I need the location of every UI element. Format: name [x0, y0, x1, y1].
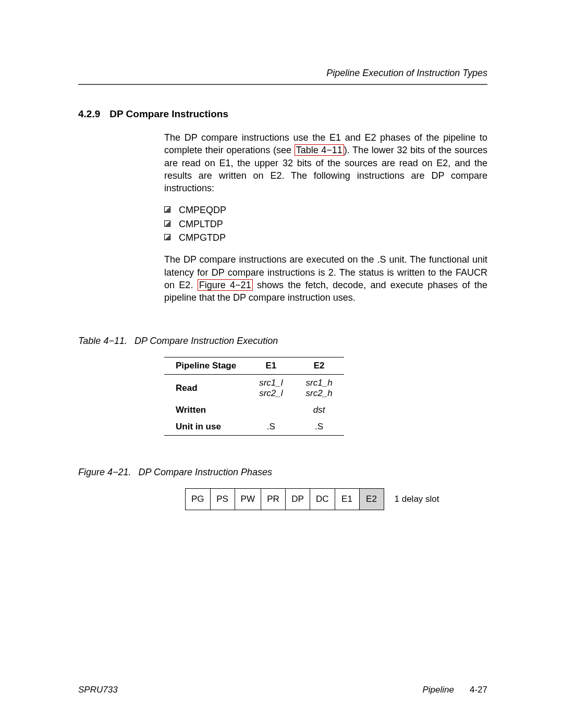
phase-cell: PW — [235, 488, 261, 510]
exec-table: Pipeline Stage E1 E2 Read src1_lsrc2_l s… — [164, 357, 344, 436]
phase-cell: DC — [310, 488, 335, 510]
table-header: E1 — [248, 357, 294, 374]
list-item: CMPGTDP — [164, 231, 487, 244]
table-cell: dst — [295, 402, 344, 418]
table-row: Written dst — [164, 402, 344, 418]
paragraph-2: The DP compare instructions are executed… — [164, 253, 487, 304]
phase-cell: DP — [285, 488, 310, 510]
table-caption: Table 4−11.DP Compare Instruction Execut… — [78, 336, 487, 347]
section-title: DP Compare Instructions — [109, 108, 228, 119]
table-header: E2 — [295, 357, 344, 374]
footer-right: Pipeline4-27 — [422, 685, 487, 695]
row-label: Written — [164, 402, 248, 418]
section-number: 4.2.9 — [78, 108, 100, 120]
table-header: Pipeline Stage — [164, 357, 248, 374]
list-item: CMPLTDP — [164, 218, 487, 230]
instruction-list: CMPEQDP CMPLTDP CMPGTDP — [164, 204, 487, 244]
footer-page-number: 4-27 — [470, 685, 487, 695]
figure-caption-text: DP Compare Instruction Phases — [139, 467, 272, 477]
table-caption-prefix: Table 4−11. — [78, 336, 127, 347]
body-block: The DP compare instructions use the E1 a… — [164, 131, 487, 304]
page-footer: SPRU733 Pipeline4-27 — [78, 685, 487, 695]
phase-note: 1 delay slot — [395, 494, 439, 504]
table-4-11-link[interactable]: Table 4−11 — [295, 144, 344, 156]
table-cell: src1_hsrc2_h — [295, 374, 344, 402]
running-header: Pipeline Execution of Instruction Types — [78, 68, 487, 85]
table-cell: .S — [248, 418, 294, 436]
section-heading: 4.2.9DP Compare Instructions — [78, 108, 487, 120]
table-cell: src1_lsrc2_l — [248, 374, 294, 402]
footer-chapter: Pipeline — [422, 685, 454, 695]
table-cell: .S — [295, 418, 344, 436]
figure-caption: Figure 4−21.DP Compare Instruction Phase… — [78, 467, 487, 478]
phase-cell: PR — [261, 488, 285, 510]
row-label: Read — [164, 374, 248, 402]
phase-cell: PG — [186, 488, 211, 510]
phase-diagram: PG PS PW PR DP DC E1 E2 1 delay slot — [185, 488, 487, 510]
row-label: Unit in use — [164, 418, 248, 436]
figure-caption-prefix: Figure 4−21. — [78, 467, 131, 478]
phase-cell-shaded: E2 — [359, 488, 384, 510]
figure-4-21-link[interactable]: Figure 4−21 — [198, 279, 253, 291]
table-cell — [248, 402, 294, 418]
paragraph-1: The DP compare instructions use the E1 a… — [164, 131, 487, 194]
phase-table: PG PS PW PR DP DC E1 E2 — [185, 488, 384, 510]
table-row: Read src1_lsrc2_l src1_hsrc2_h — [164, 374, 344, 402]
footer-left: SPRU733 — [78, 685, 118, 695]
phase-cell: E1 — [335, 488, 359, 510]
table-caption-text: DP Compare Instruction Execution — [134, 336, 278, 346]
table-row: Unit in use .S .S — [164, 418, 344, 436]
list-item: CMPEQDP — [164, 204, 487, 216]
phase-cell: PS — [210, 488, 235, 510]
